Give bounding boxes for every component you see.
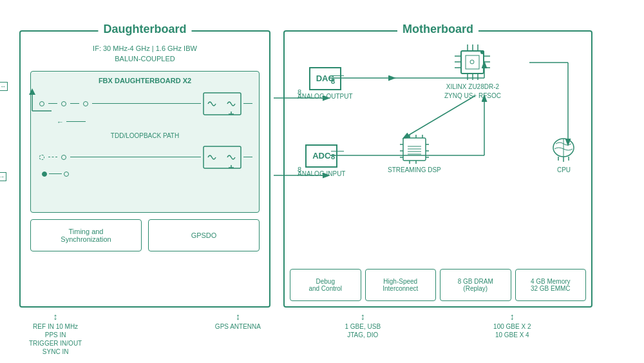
tx-rx-label: 8X TX/RX ↔ [0,82,8,91]
fbx-box: FBX DAUGHTERBOARD X2 [30,71,260,213]
down-arrow-mb1: ↕ [361,311,365,322]
svg-rect-6 [461,51,484,74]
daughterboard-section: Daughterboard IF: 30 MHz-4 GHz | 1.6 GHz… [19,30,270,308]
sync-in-label: SYNC IN [43,348,69,355]
rx-dot [42,172,47,177]
db-bottom-modules: Timing and Synchronization GPSDO [30,219,260,251]
dram-box: 8 GB DRAM (Replay) [440,269,511,301]
adc-converter: ADC ANALOG INPUT [298,144,345,177]
cpu-label: CPU [557,166,571,173]
rx-dot-row [37,172,252,177]
fpga-chip-icon [455,44,490,80]
pps-in-label: PPS IN [45,331,66,338]
mb-bottom-modules: Debug and Control High-Speed Interconnec… [290,269,586,301]
trigger-label: TRIGGER IN/OUT [29,340,82,347]
fpga-label: XILINX ZU28DR-2 ZYNQ US+ RFSOC [444,83,501,101]
daughterboard-subtitle: IF: 30 MHz-4 GHz | 1.6 GHz IBW BALUN-COU… [21,43,269,64]
node2 [61,101,66,106]
ref-in-label: REF IN 10 MHz [33,323,78,330]
svg-line-48 [404,96,475,138]
debug-control-box: Debug and Control [290,269,361,301]
memory-box: 4 GB Memory 32 GB EMMC [515,269,587,301]
line-label-8-bottom: 8 [331,151,344,161]
cpu-icon [549,135,578,164]
high-speed-box: High-Speed Interconnect [365,269,437,301]
daughterboard-title: Daughterboard [98,23,191,36]
down-arrow-left: ↕ [53,311,58,322]
node1 [39,101,44,106]
svg-point-20 [470,60,474,64]
top-signal-row [37,92,252,115]
streaming-dsp-label: STREAMING DSP [388,166,441,173]
motherboard-section: Motherboard DAC ANALOG OUTPUT ADC ANALOG… [283,30,592,308]
adc-block: ADC ANALOG INPUT [298,144,345,177]
jtag-label: JTAG, DIO [347,331,378,338]
line-label-8-top: 8 [331,75,344,86]
svg-rect-3 [204,146,241,168]
db-bottom-left: ↕ REF IN 10 MHz PPS IN TRIGGER IN/OUT SY… [29,311,82,355]
svg-rect-19 [466,55,479,69]
cpu-area: CPU [549,135,578,173]
svg-point-21 [480,50,484,54]
svg-rect-0 [204,93,241,115]
gps-antenna-label: GPS ANTENNA [215,323,261,330]
gbe-usb-label: 1 GBE, USB [345,323,381,330]
rx-node [64,172,69,177]
rx-label: 8X RX → [0,172,6,181]
arrow-row: ← [57,118,252,126]
dac-block: DAC ANALOG OUTPUT [298,67,353,100]
db-bottom-annotations: ↕ REF IN 10 MHz PPS IN TRIGGER IN/OUT SY… [19,308,270,355]
down-arrow-mb2: ↕ [510,311,515,322]
transformer-top [203,92,242,115]
mb-bottom-annotations: ↕ 1 GBE, USB JTAG, DIO ↕ 100 GBE X 2 10 … [283,308,592,338]
node5 [61,155,66,160]
tdd-label: TDD/LOOPBACK PATH [37,132,252,139]
adc-label: ANALOG INPUT [298,170,345,177]
mb-bottom-col1: ↕ 1 GBE, USB JTAG, DIO [345,311,381,338]
streaming-dsp-icon [400,135,429,164]
timing-sync-box: Timing and Synchronization [30,219,142,251]
tx-rx-box: ↔ [0,82,8,91]
streaming-dsp-area: STREAMING DSP [388,135,441,173]
transformer-bottom [203,146,242,169]
node4 [39,155,44,160]
100gbe-label: 100 GBE X 2 [493,323,531,330]
db-bottom-right: ↕ GPS ANTENNA [215,311,261,355]
down-arrow-right: ↕ [236,311,240,322]
dac-label: ANALOG OUTPUT [298,93,353,100]
node3 [83,101,88,106]
motherboard-wrapper: Motherboard DAC ANALOG OUTPUT ADC ANALOG… [283,24,592,338]
mb-bottom-col2: ↕ 100 GBE X 2 10 GBE X 4 [493,311,531,338]
gpsdo-box: GPSDO [148,219,260,251]
fpga-area: XILINX ZU28DR-2 ZYNQ US+ RFSOC [444,44,501,101]
rx-box: → [0,172,6,181]
fbx-title: FBX DAUGHTERBOARD X2 [37,77,252,84]
dac-converter: DAC ANALOG OUTPUT [298,67,353,100]
10gbe-label: 10 GBE X 4 [495,331,529,338]
bottom-signal-row [37,146,252,169]
motherboard-title: Motherboard [397,23,478,36]
